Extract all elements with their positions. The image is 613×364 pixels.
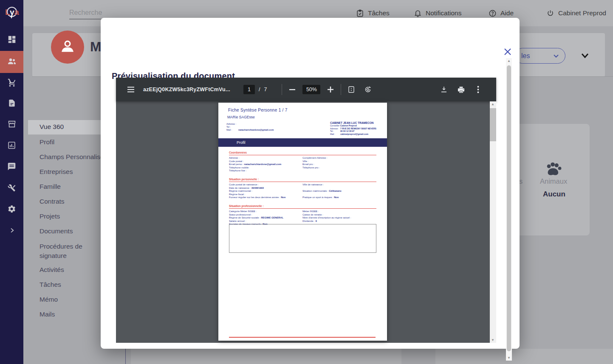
pdf-contact-row: Mail :natacharichiardone@gmail.com: [226, 129, 274, 132]
pdf-section-column: Adresse :Code postal :Email perso : nata…: [229, 157, 302, 173]
pdf-field: Catégorie Métier INSEE :: [229, 210, 302, 213]
pdf-cabinet-row-value: cabinetpreprod@gmail.com: [340, 133, 368, 136]
sidebar-item-memo[interactable]: Mémo: [40, 296, 58, 303]
fit-page-icon[interactable]: [345, 82, 358, 97]
status-dropdown[interactable]: les: [515, 48, 565, 64]
bell-icon: [414, 9, 422, 17]
sidebar-icon-tools[interactable]: [0, 178, 23, 199]
scroll-down-icon[interactable]: ▼: [506, 356, 512, 360]
client-name-initial: M: [90, 39, 102, 55]
pdf-field-value: natacharichiardone@gmail.com: [244, 163, 281, 165]
pdf-section-rule: [229, 208, 376, 209]
modal-scrollbar-thumb[interactable]: [507, 65, 511, 351]
topbar-item-cabinet[interactable]: Cabinet Preprod: [546, 0, 606, 26]
pdf-section-rule: [229, 182, 376, 182]
print-icon[interactable]: [455, 82, 467, 97]
sidebar-icon-messages[interactable]: [0, 157, 23, 178]
document-icon: [8, 98, 16, 109]
sidebar-icon-cart[interactable]: [0, 73, 23, 94]
sidebar-item-profil[interactable]: Profil: [40, 138, 54, 146]
sidebar-item-procedures-signature[interactable]: Procédures de signature: [40, 242, 103, 260]
pdf-field: Régime fiscal :: [229, 193, 302, 196]
pdf-cabinet-row: Tel :06 84 12 38 97: [330, 130, 385, 133]
collapse-chevron[interactable]: [580, 52, 590, 62]
pdf-field: Ville de naissance :: [302, 183, 376, 187]
pdf-field: Email pro :: [302, 163, 376, 166]
sidebar-item-famille[interactable]: Famille: [40, 183, 61, 190]
pdf-field: Complément Adresse :: [302, 157, 376, 160]
pdf-field: Téléphone fixe :: [229, 169, 302, 173]
pdf-field-label: Régime de Sécurité sociale :: [229, 216, 261, 219]
pdf-contact-row-label: Mail :: [226, 129, 238, 132]
pdf-banner-label: Profil: [237, 140, 246, 145]
animaux-label: Animaux: [540, 177, 567, 185]
sidebar-icon-people[interactable]: [0, 51, 23, 73]
sidebar-icon-store[interactable]: [0, 114, 23, 135]
preview-modal: Prévisualisation du document azEEjQ0KZW5…: [101, 18, 520, 349]
svg-text:y: y: [10, 8, 14, 17]
kebab-icon[interactable]: [472, 82, 484, 97]
pdf-contact-block: Adresse :Tel :Mail :natacharichiardone@g…: [226, 123, 274, 132]
rotate-icon[interactable]: [362, 82, 374, 97]
pdf-doc-title: Fiche Syntèse Personne 1 / 7: [228, 108, 288, 112]
pdf-field: [302, 193, 376, 196]
sidebar-item-vue-360[interactable]: Vue 360: [40, 123, 64, 131]
pdf-profil-banner: Profil: [218, 138, 387, 147]
scroll-up-icon[interactable]: ▲: [506, 59, 512, 63]
scroll-up-icon[interactable]: ▲: [490, 102, 496, 106]
zoom-level: 50%: [302, 85, 320, 94]
pdf-field-label: Catégorie Métier INSEE :: [229, 210, 257, 213]
pdf-toolbar: azEEjQ0KZW5kc3RyZWFtCmVu... 1 / 7 50%: [116, 78, 496, 101]
chat-icon: [7, 162, 16, 173]
sidebar-item-activites[interactable]: Activités: [40, 266, 64, 274]
sidebar-icon-reports[interactable]: [0, 135, 23, 157]
plus-icon[interactable]: [324, 82, 337, 97]
pdf-viewer: azEEjQ0KZW5kc3RyZWFtCmVu... 1 / 7 50%: [116, 78, 496, 343]
pdf-scrollbar[interactable]: ▲ ▼: [490, 101, 496, 343]
pdf-field-label: Complément Adresse :: [302, 157, 328, 159]
minus-icon[interactable]: [286, 82, 299, 97]
tools-icon: [7, 184, 16, 194]
chevron-right-icon: [8, 227, 15, 235]
pdf-cabinet-row-value: Cabinet Preprod: [340, 124, 357, 127]
animaux-value: Aucun: [543, 190, 565, 199]
download-icon[interactable]: [438, 82, 450, 97]
pdf-field: Statut professionnel :: [229, 213, 302, 217]
sidebar-icon-dashboard[interactable]: [0, 30, 23, 51]
sidebar-item-mails[interactable]: Mails: [40, 311, 55, 318]
page-number-input[interactable]: 1: [243, 85, 255, 94]
pdf-field-label: Caisse de retraite :: [302, 213, 323, 216]
scroll-down-icon[interactable]: ▼: [490, 338, 496, 342]
search-input[interactable]: Recherche: [69, 9, 102, 17]
pdf-field: Pratique un sport à risques : Non: [302, 196, 376, 199]
sidebar-item-taches[interactable]: Tâches: [40, 281, 61, 288]
pdf-section: Situation personnelle :Code postal de na…: [229, 178, 376, 199]
pdf-section-column: Code postal de naissance :Date de naissa…: [229, 183, 302, 199]
sidebar-icon-settings[interactable]: [0, 199, 23, 220]
pdf-section-column: Ville de naissance : Situation matrimoni…: [302, 183, 376, 199]
pdf-field-label: Fumeur régulier sur les deux dernières a…: [229, 196, 281, 199]
sidebar-item-documents[interactable]: Documents: [40, 227, 73, 235]
pdf-field-label: Statut professionnel :: [229, 213, 252, 216]
pdf-section-title: Situation personnelle :: [229, 178, 376, 181]
app-logo[interactable]: L y a: [0, 0, 23, 26]
topbar-item-label: Notifications: [426, 9, 461, 17]
sidebar-item-projets[interactable]: Projets: [40, 213, 60, 220]
sidebar-item-champs-personnalises[interactable]: Champs Personnalisés: [40, 153, 107, 161]
pdf-field-label: Téléphone fixe :: [229, 169, 246, 172]
sidebar-icon-documents[interactable]: [0, 93, 23, 115]
help-circle-icon: [489, 9, 497, 17]
sidebar-item-entreprises[interactable]: Entreprises: [40, 168, 73, 176]
pdf-field-label: Régime fiscal :: [229, 193, 245, 196]
sidebar-icon-expand[interactable]: [0, 221, 23, 242]
pdf-scrollbar-thumb[interactable]: [490, 108, 496, 141]
pdf-sections: CoordonnéesAdresse :Code postal :Email p…: [229, 151, 376, 231]
hamburger-icon[interactable]: [124, 82, 137, 97]
pdf-field: Métier INSEE :: [302, 210, 376, 213]
page-count: 7: [264, 87, 267, 92]
close-icon[interactable]: [503, 47, 514, 59]
pdf-cabinet-row: Adresse :7 RUE DE REMIGNY 58007 NEVERS: [330, 127, 385, 130]
page-separator: /: [259, 87, 260, 92]
sidebar-item-contrats[interactable]: Contrats: [40, 198, 65, 205]
power-icon: [546, 9, 554, 17]
